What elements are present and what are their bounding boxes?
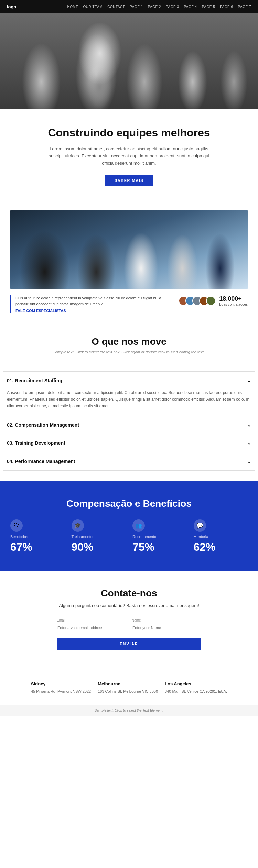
saber-mais-button[interactable]: SABER MAIS bbox=[105, 175, 153, 186]
accordion-chevron-1: ⌄ bbox=[247, 378, 251, 383]
accordion-chevron-3: ⌄ bbox=[247, 440, 251, 446]
office-melbourne-address: 163 Collins St, Melbourne VIC 3000 bbox=[98, 689, 158, 694]
nav-page2[interactable]: PAGE 2 bbox=[148, 5, 161, 9]
comp-grid: 🛡 Benefícios 67% 🎓 Treinamentos 90% 👥 Re… bbox=[10, 519, 248, 553]
mentoria-icon: 💬 bbox=[194, 519, 206, 532]
recrutamento-percent: 75% bbox=[132, 541, 187, 553]
contact-subtext: Alguma pergunta ou comentário? Basta nos… bbox=[10, 602, 248, 609]
move-subtitle: Sample text. Click to select the text bo… bbox=[10, 350, 248, 354]
hero-overlay bbox=[0, 13, 258, 109]
comp-card-mentoria: 💬 Mentoria 62% bbox=[194, 519, 248, 553]
office-sidney: Sidney 45 Pirrama Rd, Pyrmont NSW 2022 bbox=[31, 681, 91, 694]
fale-especialistas-link[interactable]: FALE COM ESPECIALISTAS → bbox=[15, 309, 172, 313]
footer-text: Sample text. Click to select the Text El… bbox=[95, 708, 163, 712]
avatar-5 bbox=[206, 296, 216, 306]
office-sidney-city: Sidney bbox=[31, 681, 91, 686]
office-losangeles: Los Angeles 340 Main St, Venice CA 90291… bbox=[165, 681, 227, 694]
office-sidney-address: 45 Pirrama Rd, Pyrmont NSW 2022 bbox=[31, 689, 91, 694]
accordion-label-1: 01. Recruitment Staffing bbox=[7, 378, 62, 383]
comp-section: Compensação e Benefícios 🛡 Benefícios 67… bbox=[0, 481, 258, 571]
treinamentos-percent: 90% bbox=[72, 541, 126, 553]
accordion-header-4[interactable]: 04. Performance Management ⌄ bbox=[3, 452, 255, 470]
office-melbourne-city: Melbourne bbox=[98, 681, 158, 686]
comp-card-recrutamento: 👥 Recrutamento 75% bbox=[132, 519, 187, 553]
email-group: Email bbox=[57, 618, 126, 632]
beneficios-icon: 🛡 bbox=[10, 519, 23, 532]
stats-count-label: Boas contratações bbox=[219, 303, 248, 306]
email-input[interactable] bbox=[57, 624, 126, 632]
nav-page7[interactable]: PAGE 7 bbox=[238, 5, 251, 9]
intro-body: Lorem ipsum dolor sit amet, consectetur … bbox=[43, 145, 215, 167]
nav-page4[interactable]: PAGE 4 bbox=[184, 5, 197, 9]
avatar-stack bbox=[179, 296, 216, 306]
move-section: O que nos move Sample text. Click to sel… bbox=[0, 319, 258, 371]
name-input[interactable] bbox=[132, 624, 201, 632]
accordion-header-2[interactable]: 02. Compensation Management ⌄ bbox=[3, 416, 255, 434]
nav-page1[interactable]: PAGE 1 bbox=[130, 5, 143, 9]
accordion-body-1: Answer. Lorem ipsum dolor sit amet, cons… bbox=[3, 389, 255, 416]
contact-form: Email Name ENVIAR bbox=[57, 618, 201, 650]
move-heading: O que nos move bbox=[10, 336, 248, 347]
beneficios-percent: 67% bbox=[10, 541, 65, 553]
team-image-section bbox=[0, 200, 258, 289]
accordion-item-2: 02. Compensation Management ⌄ bbox=[3, 416, 255, 434]
accordion-label-2: 02. Compensation Management bbox=[7, 422, 79, 428]
accordion: 01. Recruitment Staffing ⌄ Answer. Lorem… bbox=[3, 371, 255, 471]
nav-home[interactable]: HOME bbox=[67, 5, 78, 9]
stats-strip: Duis aute irure dolor in reprehenderit i… bbox=[0, 289, 258, 319]
nav-our-team[interactable]: OUR TEAM bbox=[83, 5, 103, 9]
accordion-header-1[interactable]: 01. Recruitment Staffing ⌄ bbox=[3, 372, 255, 389]
stats-description: Duis aute irure dolor in reprehenderit i… bbox=[15, 295, 172, 307]
recrutamento-icon: 👥 bbox=[132, 519, 145, 532]
comp-card-beneficios: 🛡 Benefícios 67% bbox=[10, 519, 65, 553]
accordion-label-3: 03. Training Development bbox=[7, 440, 65, 446]
mentoria-label: Mentoria bbox=[194, 535, 248, 539]
contact-heading: Contate-nos bbox=[10, 588, 248, 599]
nav-page6[interactable]: PAGE 6 bbox=[220, 5, 233, 9]
stats-right: 18.000+ Boas contratações bbox=[179, 295, 248, 306]
nav-page5[interactable]: PAGE 5 bbox=[202, 5, 215, 9]
office-losangeles-address: 340 Main St, Venice CA 90291, EUA. bbox=[165, 689, 227, 694]
intro-section: Construindo equipes melhores Lorem ipsum… bbox=[0, 109, 258, 200]
team-image-inner bbox=[10, 210, 248, 289]
comp-heading: Compensação e Benefícios bbox=[10, 498, 248, 509]
treinamentos-label: Treinamentos bbox=[72, 535, 126, 539]
logo: logo bbox=[7, 4, 16, 9]
team-image-box bbox=[10, 210, 248, 289]
enviar-button[interactable]: ENVIAR bbox=[57, 638, 201, 650]
accordion-item-3: 03. Training Development ⌄ bbox=[3, 434, 255, 452]
recrutamento-label: Recrutamento bbox=[132, 535, 187, 539]
accordion-item-1: 01. Recruitment Staffing ⌄ Answer. Lorem… bbox=[3, 372, 255, 416]
nav-links: HOME OUR TEAM CONTACT PAGE 1 PAGE 2 PAGE… bbox=[67, 5, 251, 9]
hero-person-highlight bbox=[69, 23, 131, 109]
stats-text: Duis aute irure dolor in reprehenderit i… bbox=[10, 295, 172, 313]
navbar: logo HOME OUR TEAM CONTACT PAGE 1 PAGE 2… bbox=[0, 0, 258, 13]
offices-section: Sidney 45 Pirrama Rd, Pyrmont NSW 2022 M… bbox=[0, 674, 258, 705]
accordion-chevron-4: ⌄ bbox=[247, 459, 251, 464]
email-label: Email bbox=[57, 618, 126, 622]
stats-number: 18.000+ Boas contratações bbox=[219, 295, 248, 306]
office-melbourne: Melbourne 163 Collins St, Melbourne VIC … bbox=[98, 681, 158, 694]
nav-contact[interactable]: CONTACT bbox=[107, 5, 125, 9]
contact-section: Contate-nos Alguma pergunta ou comentári… bbox=[0, 571, 258, 674]
name-label: Name bbox=[132, 618, 201, 622]
accordion-label-4: 04. Performance Management bbox=[7, 459, 75, 464]
form-row: Email Name bbox=[57, 618, 201, 632]
beneficios-label: Benefícios bbox=[10, 535, 65, 539]
hero-image bbox=[0, 13, 258, 109]
footer-bar: Sample text. Click to select the Text El… bbox=[0, 705, 258, 716]
accordion-chevron-2: ⌄ bbox=[247, 422, 251, 428]
nav-page3[interactable]: PAGE 3 bbox=[166, 5, 179, 9]
intro-heading: Construindo equipes melhores bbox=[21, 127, 237, 139]
office-losangeles-city: Los Angeles bbox=[165, 681, 227, 686]
stats-count: 18.000+ bbox=[219, 295, 248, 303]
accordion-header-3[interactable]: 03. Training Development ⌄ bbox=[3, 434, 255, 452]
treinamentos-icon: 🎓 bbox=[72, 519, 84, 532]
accordion-item-4: 04. Performance Management ⌄ bbox=[3, 452, 255, 471]
mentoria-percent: 62% bbox=[194, 541, 248, 553]
comp-card-treinamentos: 🎓 Treinamentos 90% bbox=[72, 519, 126, 553]
name-group: Name bbox=[132, 618, 201, 632]
